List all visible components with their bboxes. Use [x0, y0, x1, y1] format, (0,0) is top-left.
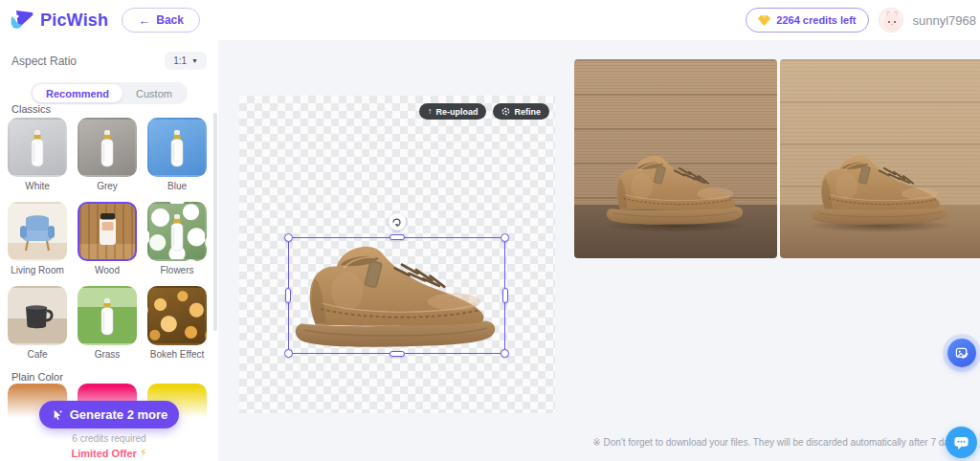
refine-button[interactable]: Refine — [493, 103, 549, 120]
bg-thumb-label: Grass — [78, 349, 137, 360]
tab-custom[interactable]: Custom — [122, 84, 186, 102]
classics-section-label: Classics — [11, 103, 51, 115]
credits-required-note: 6 credits required — [0, 433, 218, 444]
selection-handle-top[interactable] — [390, 234, 405, 240]
armchair-icon — [16, 211, 58, 253]
bg-thumb-label: Living Room — [8, 265, 67, 275]
top-bar: PicWish ← Back 2264 credits left — [0, 0, 980, 40]
avatar-face-icon — [880, 9, 903, 33]
magic-wand-icon — [51, 408, 63, 421]
generate-label: Generate 2 more — [70, 407, 168, 422]
upload-arrow-icon: ↑ — [428, 107, 433, 116]
selection-handle-bottom[interactable] — [390, 351, 405, 357]
bg-thumb-label: Blue — [147, 181, 207, 191]
limited-offer[interactable]: Limited Offer ⚡ — [0, 447, 218, 459]
classics-grid: White Grey Blue Living Room — [8, 118, 211, 360]
subject-shoe-image[interactable] — [289, 238, 504, 353]
plain-color-section-label: Plain Color — [11, 371, 63, 383]
chat-support-button[interactable] — [946, 427, 977, 458]
bg-thumb-grass-image[interactable] — [78, 286, 137, 345]
tab-recommend[interactable]: Recommend — [33, 84, 122, 102]
bg-thumb-blue[interactable]: Blue — [147, 118, 207, 191]
brand-name: PicWish — [40, 11, 108, 31]
subject-selection-box[interactable] — [288, 237, 505, 354]
result-image-2[interactable] — [780, 59, 980, 258]
picwish-app: PicWish ← Back 2264 credits left — [0, 0, 980, 461]
bg-thumb-bokeh-effect[interactable]: Bokeh Effect — [147, 286, 207, 360]
generate-button[interactable]: Generate 2 more — [39, 401, 179, 428]
canvas-actions: ↑ Re-upload Refine — [419, 103, 549, 120]
aspect-ratio-dropdown[interactable]: 1:1 ▼ — [165, 52, 207, 70]
selection-handle-left[interactable] — [285, 288, 291, 303]
result-image-1[interactable] — [574, 59, 777, 258]
bg-thumb-label: Cafe — [8, 349, 67, 360]
bg-thumb-label: Wood — [78, 265, 137, 275]
bg-thumb-wood-image[interactable] — [78, 202, 137, 261]
bg-thumb-cafe-image[interactable] — [8, 286, 67, 345]
workspace: ↑ Re-upload Refine — [218, 40, 980, 461]
brand: PicWish — [10, 9, 108, 32]
generate-area: Generate 2 more 6 credits required Limit… — [0, 401, 218, 461]
bg-thumb-grey[interactable]: Grey — [78, 118, 137, 191]
bg-thumb-cafe[interactable]: Cafe — [8, 286, 67, 360]
editor-canvas[interactable]: ↑ Re-upload Refine — [239, 96, 555, 413]
refine-label: Refine — [514, 107, 541, 117]
selection-handle-bottom-left[interactable] — [284, 349, 293, 358]
bg-thumb-label: White — [8, 181, 67, 191]
edit-image-icon — [955, 346, 969, 361]
mode-tabs: Recommend Custom — [31, 82, 188, 104]
aspect-ratio-row: Aspect Ratio 1:1 ▼ — [11, 52, 207, 70]
back-label: Back — [156, 13, 184, 27]
picwish-logo-icon — [10, 9, 34, 32]
bg-thumb-white[interactable]: White — [8, 118, 67, 191]
lightning-icon: ⚡ — [140, 447, 147, 459]
rotate-icon — [391, 217, 402, 228]
username: sunnyl7968 — [913, 13, 977, 28]
edit-image-floating-button[interactable] — [947, 339, 976, 367]
perfume-bottle-icon — [26, 129, 49, 167]
credits-badge[interactable]: 2264 credits left — [746, 8, 868, 33]
jar-icon — [88, 209, 126, 250]
bg-thumb-living-room[interactable]: Living Room — [8, 202, 67, 275]
refine-icon — [501, 107, 510, 116]
selection-handle-bottom-right[interactable] — [501, 349, 509, 358]
bg-thumb-label: Bokeh Effect — [147, 349, 207, 360]
perfume-bottle-icon — [96, 129, 119, 167]
rotate-handle[interactable] — [389, 213, 406, 230]
reupload-label: Re-upload — [435, 107, 478, 117]
bg-thumb-white-image[interactable] — [8, 118, 67, 177]
aspect-ratio-value: 1:1 — [173, 55, 187, 66]
perfume-bottle-icon — [166, 213, 189, 252]
chevron-down-icon: ▼ — [191, 57, 198, 64]
selection-handle-top-right[interactable] — [501, 233, 509, 242]
bg-thumb-bokeh-effect-image[interactable] — [147, 286, 207, 345]
back-arrow-icon: ← — [138, 14, 150, 27]
bg-thumb-label: Flowers — [147, 265, 207, 275]
selection-handle-right[interactable] — [502, 288, 508, 303]
avatar[interactable] — [879, 8, 903, 33]
bg-thumb-label: Grey — [78, 181, 137, 191]
bg-thumb-wood[interactable]: Wood — [78, 202, 137, 275]
bg-thumb-blue-image[interactable] — [147, 118, 207, 177]
bg-thumb-living-room-image[interactable] — [8, 202, 67, 261]
bg-thumb-grass[interactable]: Grass — [78, 286, 137, 360]
bg-thumb-grey-image[interactable] — [78, 118, 137, 177]
aspect-ratio-label: Aspect Ratio — [11, 55, 77, 68]
back-button[interactable]: ← Back — [122, 8, 200, 33]
limited-offer-label: Limited Offer — [71, 448, 136, 459]
result-1-shoe-image — [603, 150, 748, 229]
chat-bubble-icon — [953, 435, 969, 450]
selection-handle-top-left[interactable] — [284, 233, 293, 242]
bg-thumb-flowers-image[interactable] — [147, 202, 207, 261]
bg-thumb-flowers[interactable]: Flowers — [147, 202, 207, 275]
retention-notice: ※ Don't forget to download your files. T… — [574, 437, 980, 448]
sidebar: Aspect Ratio 1:1 ▼ Recommend Custom Clas… — [0, 40, 218, 461]
topbar-right: 2264 credits left sunnyl7968 — [746, 8, 978, 33]
perfume-bottle-icon — [96, 297, 119, 336]
mug-icon — [18, 296, 56, 334]
credits-label: 2264 credits left — [776, 14, 856, 26]
gem-icon — [758, 15, 770, 26]
result-2-shoe-image — [808, 150, 953, 229]
reupload-button[interactable]: ↑ Re-upload — [419, 103, 487, 120]
sidebar-scrollbar[interactable] — [213, 113, 217, 331]
